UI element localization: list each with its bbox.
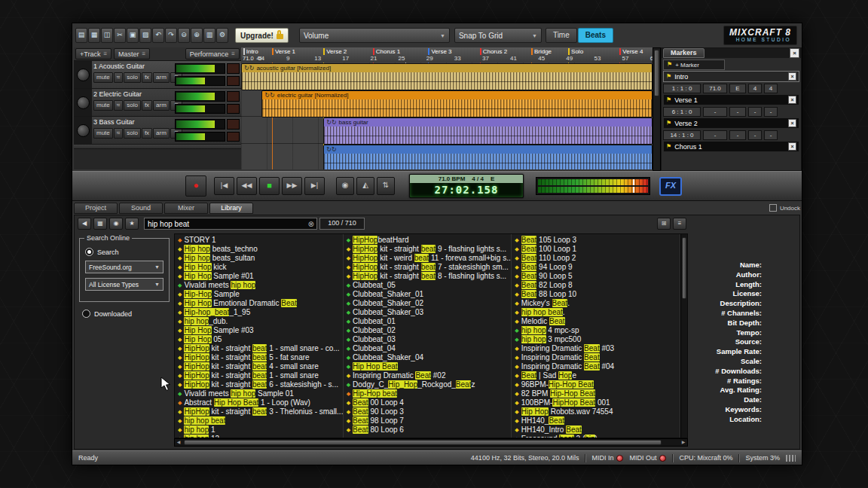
library-item[interactable]: ◆Clubbeat_01 bbox=[344, 317, 512, 326]
library-item[interactable]: ◆Clubbeat_03 bbox=[344, 335, 512, 344]
library-item[interactable]: ◆Hip Hop 05 bbox=[175, 335, 343, 344]
metronome-icon[interactable]: ◭ bbox=[356, 177, 374, 195]
scrollbar-thumb[interactable] bbox=[654, 50, 659, 96]
library-item[interactable]: ◆Melodic Beat bbox=[512, 317, 680, 326]
zoom-out-icon[interactable]: ⊖ bbox=[178, 28, 190, 43]
audio-clip[interactable]: ↻↻electric guitar [Normalized] bbox=[261, 90, 653, 117]
marker-value-field[interactable]: - bbox=[703, 107, 727, 117]
library-item[interactable]: ◆Dodgy_C_Hip_Hop_Rockgod_Beatz bbox=[344, 380, 512, 389]
timeline-ruler[interactable]: IntroVerse 1Verse 2Chorus 1Verse 3Chorus… bbox=[241, 47, 653, 63]
add-track-button[interactable]: +Track ≡ bbox=[75, 48, 112, 59]
track-fx-button[interactable]: fx bbox=[142, 128, 152, 139]
beats-mode-button[interactable]: Beats bbox=[578, 28, 613, 43]
record-button[interactable]: ● bbox=[185, 175, 206, 197]
timeline-area[interactable]: IntroVerse 1Verse 2Chorus 1Verse 3Chorus… bbox=[241, 47, 653, 169]
snapshot-icon[interactable]: ◉ bbox=[336, 177, 354, 195]
library-item[interactable]: ◆Hip-Hop Sample bbox=[175, 290, 343, 299]
library-item[interactable]: ◆Hip Hop Beat bbox=[344, 362, 512, 371]
library-item[interactable]: ◆Beat 88 Loop 10 bbox=[512, 290, 680, 299]
track-arm-button[interactable]: arm bbox=[153, 128, 170, 139]
library-item[interactable]: ◆hip hop beat bbox=[175, 416, 343, 425]
track-automation-icon[interactable]: ≈ bbox=[114, 100, 123, 111]
marker-value-field[interactable]: - bbox=[703, 130, 727, 140]
library-item[interactable]: ◆Beat | Sad Hope bbox=[512, 371, 680, 380]
marker-value-field[interactable]: 4 bbox=[748, 84, 762, 93]
library-item[interactable]: ◆Clubbeat_04 bbox=[344, 344, 512, 353]
marker-value-field[interactable]: 4 bbox=[764, 84, 778, 93]
track-volume-slider[interactable] bbox=[175, 119, 225, 130]
library-item[interactable]: ◆hip hop 4 mpc-sp bbox=[512, 326, 680, 335]
undo-icon[interactable]: ↶ bbox=[152, 28, 164, 43]
audio-clip[interactable]: ↻↻ bbox=[323, 145, 653, 169]
library-item[interactable]: ◆Mickey's Beat. bbox=[512, 299, 680, 308]
track-solo-button[interactable]: solo bbox=[124, 72, 141, 83]
time-mode-button[interactable]: Time bbox=[546, 28, 577, 43]
library-item[interactable]: ◆HipHop kit - straight beat 7 - stakesis… bbox=[344, 263, 512, 272]
ruler-section-label[interactable]: Chorus 1 bbox=[373, 48, 400, 55]
marker-value-field[interactable]: - bbox=[748, 130, 762, 140]
track-fx-button[interactable]: fx bbox=[142, 72, 152, 83]
track-header[interactable]: 2 Electric Guitarmute≈solofxarm▼ bbox=[74, 89, 241, 117]
library-item[interactable]: ◆Vivaldi meets hip hop Sample 01 bbox=[175, 389, 343, 398]
library-item[interactable]: ◆Beat 82 Loop 8 bbox=[512, 281, 680, 290]
library-item[interactable]: ◆Clubbeat_Shaker_01 bbox=[344, 290, 512, 299]
marker-delete-button[interactable]: × bbox=[788, 142, 796, 151]
marker-value-field[interactable]: - bbox=[729, 130, 746, 140]
library-item[interactable]: ◆HipHop kit - straight beat 9 - flashing… bbox=[344, 245, 512, 254]
library-item[interactable]: ◆Vivaldi meets hip hop bbox=[175, 281, 343, 290]
timeline-vertical-scrollbar[interactable] bbox=[653, 47, 661, 171]
ruler-section-label[interactable]: Solo bbox=[568, 48, 583, 55]
sort-tracks-icon[interactable]: ⇅ bbox=[377, 177, 395, 195]
ruler-section-label[interactable]: Verse 4 bbox=[619, 48, 643, 55]
performance-button[interactable]: Performance ≡ bbox=[185, 48, 240, 59]
rewind-button[interactable]: ◀◀ bbox=[237, 177, 257, 195]
library-item[interactable]: ◆HH140_Beat bbox=[512, 416, 680, 425]
library-item[interactable]: ◆HipHop kit - straight beat 5 - fat snar… bbox=[175, 353, 343, 362]
fast-forward-button[interactable]: ▶▶ bbox=[282, 177, 302, 195]
downloaded-radio[interactable]: Downloaded bbox=[82, 310, 167, 318]
track-solo-button[interactable]: solo bbox=[124, 128, 141, 139]
track-pan-slider[interactable] bbox=[175, 76, 225, 87]
track-fx-button[interactable]: fx bbox=[142, 100, 152, 111]
marker-row[interactable]: ⚑Verse 1× bbox=[663, 94, 799, 105]
cut-icon[interactable]: ✂ bbox=[114, 28, 126, 43]
folder-icon[interactable]: ▦ bbox=[93, 218, 107, 230]
library-item[interactable]: ◆hip hop 3 mpc500 bbox=[512, 335, 680, 344]
library-item[interactable]: ◆hip hop 12 bbox=[175, 435, 343, 438]
library-item[interactable]: ◆Beat 98 Loop 7 bbox=[344, 416, 512, 425]
track-header-partial[interactable] bbox=[74, 145, 241, 149]
library-item[interactable]: ◆HipHop kit - weird beat 11 - foreva sma… bbox=[344, 254, 512, 263]
library-item[interactable]: ◆Hip Hop Sample #01 bbox=[175, 272, 343, 281]
library-item[interactable]: ◆Clubbeat_05 bbox=[344, 281, 512, 290]
library-item[interactable]: ◆HipHop kit - straight beat 1 - small sn… bbox=[175, 344, 343, 353]
track-header[interactable]: 1 Acoustic Guitarmute≈solofxarm▼ bbox=[74, 61, 241, 89]
open-project-icon[interactable]: ▦ bbox=[88, 28, 100, 43]
library-item[interactable]: ◆Inspiring Dramatic Beat #02 bbox=[344, 371, 512, 380]
go-to-end-button[interactable]: ▶| bbox=[304, 177, 325, 195]
scrollbar-thumb[interactable] bbox=[682, 237, 686, 299]
marker-value-field[interactable]: - bbox=[764, 107, 778, 117]
track-volume-slider[interactable] bbox=[175, 91, 225, 102]
library-item[interactable]: ◆HipHop kit - straight beat 6 - stakesis… bbox=[175, 380, 343, 389]
search-radio[interactable]: Search bbox=[85, 248, 164, 256]
library-item[interactable]: ◆Inspiring Dramatic Beat #04 bbox=[512, 362, 680, 371]
volume-dropdown[interactable]: Volume ▼ bbox=[299, 28, 450, 43]
track-solo-button[interactable]: solo bbox=[124, 100, 141, 111]
license-dropdown[interactable]: All License Types ▼ bbox=[85, 278, 164, 291]
marker-delete-button[interactable]: × bbox=[788, 119, 796, 127]
library-item[interactable]: ◆hip hop 1 bbox=[175, 425, 343, 435]
clear-search-icon[interactable]: ⊗ bbox=[308, 220, 316, 228]
redo-icon[interactable]: ↷ bbox=[165, 28, 177, 43]
library-item[interactable]: ◆Beat 94 Loop 9 bbox=[512, 263, 680, 272]
marker-row[interactable]: ⚑Intro× bbox=[663, 71, 799, 82]
paste-icon[interactable]: ▨ bbox=[139, 28, 151, 43]
library-item[interactable]: ◆Abstract Hip Hop Beat 1 - Loop (Wav) bbox=[175, 398, 343, 407]
tab-sound[interactable]: Sound bbox=[119, 203, 163, 214]
marker-row[interactable]: ⚑Chorus 1× bbox=[663, 141, 799, 152]
back-icon[interactable]: ◀ bbox=[78, 218, 91, 230]
library-vertical-scrollbar[interactable] bbox=[680, 234, 687, 438]
undock-control[interactable]: Undock bbox=[769, 204, 800, 212]
library-item[interactable]: ◆Hip Hop Emotional Dramatic Beat bbox=[175, 299, 343, 308]
grid-view-icon[interactable]: ⊞ bbox=[657, 218, 671, 230]
track-pan-slider[interactable] bbox=[175, 132, 225, 142]
